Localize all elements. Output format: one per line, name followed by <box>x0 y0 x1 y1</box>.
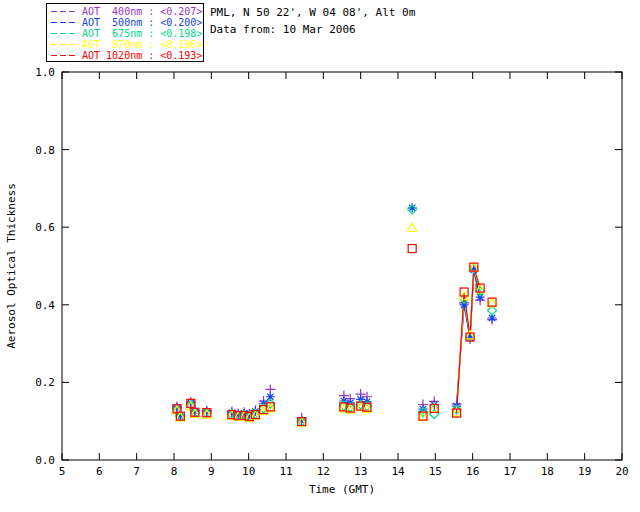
plot-frame <box>62 72 622 460</box>
y-tick-label: 0.2 <box>35 376 55 389</box>
x-tick-label: 11 <box>279 465 292 478</box>
data-points <box>172 203 497 426</box>
x-axis-ticks: 567891011121314151617181920 <box>59 72 629 478</box>
y-axis-ticks: 0.00.20.40.60.81.0 <box>35 66 622 467</box>
point-aot-675nm <box>430 410 439 419</box>
y-tick-label: 1.0 <box>35 66 55 79</box>
x-tick-label: 15 <box>429 465 442 478</box>
x-tick-label: 17 <box>503 465 516 478</box>
point-aot-500nm <box>460 300 469 309</box>
x-tick-label: 5 <box>59 465 66 478</box>
y-axis-label: Aerosol Optical Thickness <box>5 183 18 349</box>
x-tick-label: 7 <box>133 465 140 478</box>
x-tick-label: 20 <box>615 465 628 478</box>
y-tick-label: 0.6 <box>35 221 55 234</box>
x-tick-label: 19 <box>578 465 591 478</box>
x-tick-label: 16 <box>466 465 479 478</box>
x-tick-label: 10 <box>242 465 255 478</box>
y-tick-label: 0.0 <box>35 454 55 467</box>
point-aot-500nm <box>476 293 485 302</box>
y-tick-label: 0.8 <box>35 144 55 157</box>
x-tick-label: 6 <box>96 465 103 478</box>
x-tick-label: 8 <box>171 465 178 478</box>
x-axis-label: Time (GMT) <box>309 483 375 496</box>
aot-plot: 5678910111213141516171819200.00.20.40.60… <box>0 0 640 512</box>
x-tick-label: 9 <box>208 465 215 478</box>
screenshot-root: AOT 400nm : <0.207> AOT 500nm : <0.200> … <box>0 0 640 512</box>
point-aot-1020nm <box>408 245 416 253</box>
x-tick-label: 14 <box>391 465 405 478</box>
x-tick-label: 12 <box>317 465 330 478</box>
x-tick-label: 13 <box>354 465 367 478</box>
x-tick-label: 18 <box>541 465 554 478</box>
y-tick-label: 0.4 <box>35 299 55 312</box>
point-aot-870nm <box>408 223 417 232</box>
